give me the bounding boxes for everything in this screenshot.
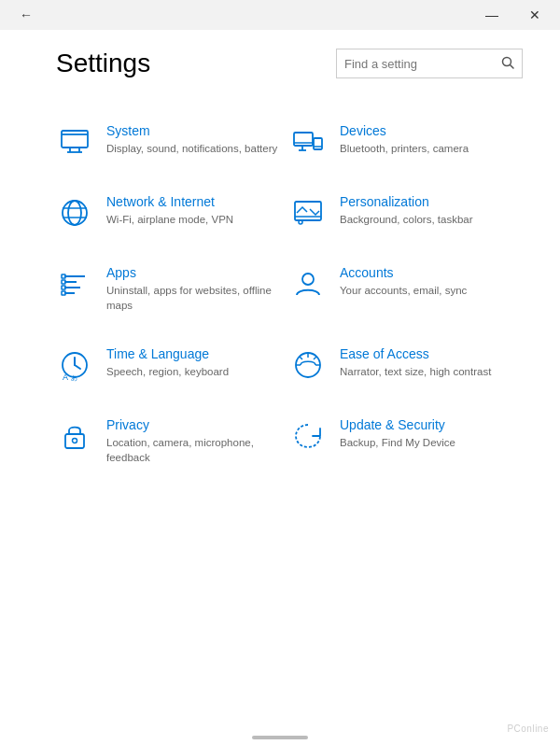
setting-item-update[interactable]: Update & Security Backup, Find My Device bbox=[289, 401, 523, 482]
personalization-icon bbox=[289, 194, 327, 232]
setting-item-privacy[interactable]: Privacy Location, camera, microphone, fe… bbox=[56, 401, 289, 482]
main-content: Settings System Display, sound, n bbox=[0, 30, 560, 745]
personalization-name: Personalization bbox=[340, 194, 473, 209]
close-button[interactable]: ✕ bbox=[513, 0, 556, 30]
svg-point-28 bbox=[302, 274, 314, 285]
setting-item-ease[interactable]: Ease of Access Narrator, text size, high… bbox=[289, 330, 523, 401]
accounts-name: Accounts bbox=[340, 265, 467, 280]
svg-line-39 bbox=[314, 357, 316, 359]
svg-rect-7 bbox=[294, 133, 313, 146]
update-desc: Backup, Find My Device bbox=[340, 435, 455, 450]
svg-line-1 bbox=[511, 64, 514, 68]
time-name: Time & Language bbox=[106, 346, 229, 361]
svg-text:A: A bbox=[63, 372, 68, 382]
update-name: Update & Security bbox=[340, 417, 455, 432]
apps-desc: Uninstall, apps for websites, offline ma… bbox=[106, 283, 280, 313]
devices-text: Devices Bluetooth, printers, camera bbox=[340, 123, 469, 156]
accounts-text: Accounts Your accounts, email, sync bbox=[340, 265, 467, 298]
search-input[interactable] bbox=[344, 57, 501, 71]
setting-item-system[interactable]: System Display, sound, notifications, ba… bbox=[56, 106, 289, 177]
svg-rect-27 bbox=[62, 291, 65, 295]
network-desc: Wi-Fi, airplane mode, VPN bbox=[106, 212, 233, 227]
accounts-icon bbox=[289, 265, 327, 302]
devices-name: Devices bbox=[340, 123, 469, 138]
page-title: Settings bbox=[56, 49, 150, 78]
privacy-text: Privacy Location, camera, microphone, fe… bbox=[106, 417, 280, 465]
personalization-desc: Background, colors, taskbar bbox=[340, 212, 473, 227]
system-icon bbox=[56, 123, 93, 161]
svg-point-13 bbox=[63, 201, 87, 225]
setting-item-time[interactable]: A あ Time & Language Speech, region, keyb… bbox=[56, 330, 289, 401]
search-icon bbox=[501, 56, 514, 72]
update-text: Update & Security Backup, Find My Device bbox=[340, 417, 455, 450]
network-icon bbox=[56, 194, 93, 232]
svg-point-41 bbox=[73, 439, 77, 443]
svg-line-31 bbox=[75, 365, 80, 369]
title-bar: ← — ✕ bbox=[0, 0, 560, 30]
ease-text: Ease of Access Narrator, text size, high… bbox=[340, 346, 491, 379]
svg-rect-40 bbox=[65, 434, 84, 448]
time-icon: A あ bbox=[56, 346, 93, 384]
update-icon bbox=[289, 417, 327, 455]
time-text: Time & Language Speech, region, keyboard bbox=[106, 346, 229, 379]
page-header: Settings bbox=[56, 49, 523, 78]
apps-text: Apps Uninstall, apps for websites, offli… bbox=[106, 265, 280, 313]
search-box[interactable] bbox=[336, 49, 523, 78]
apps-icon bbox=[56, 265, 93, 302]
taskbar-line bbox=[252, 736, 308, 739]
svg-rect-2 bbox=[62, 131, 88, 148]
svg-rect-24 bbox=[62, 274, 65, 278]
ease-name: Ease of Access bbox=[340, 346, 491, 361]
system-text: System Display, sound, notifications, ba… bbox=[106, 123, 277, 156]
svg-point-14 bbox=[68, 201, 81, 225]
settings-grid: System Display, sound, notifications, ba… bbox=[56, 106, 523, 482]
privacy-name: Privacy bbox=[106, 417, 280, 432]
accounts-desc: Your accounts, email, sync bbox=[340, 283, 467, 298]
svg-rect-8 bbox=[314, 138, 322, 149]
apps-name: Apps bbox=[106, 265, 280, 280]
svg-rect-26 bbox=[62, 286, 65, 289]
ease-desc: Narrator, text size, high contrast bbox=[340, 364, 491, 379]
system-desc: Display, sound, notifications, battery bbox=[106, 141, 277, 156]
svg-text:あ: あ bbox=[71, 374, 77, 382]
svg-rect-25 bbox=[62, 280, 65, 284]
time-desc: Speech, region, keyboard bbox=[106, 364, 229, 379]
settings-window: ← — ✕ Settings bbox=[0, 0, 560, 745]
back-button[interactable]: ← bbox=[11, 0, 41, 30]
setting-item-devices[interactable]: Devices Bluetooth, printers, camera bbox=[289, 106, 523, 177]
system-name: System bbox=[106, 123, 277, 138]
personalization-text: Personalization Background, colors, task… bbox=[340, 194, 473, 227]
setting-item-network[interactable]: Network & Internet Wi-Fi, airplane mode,… bbox=[56, 177, 289, 248]
privacy-icon bbox=[56, 417, 93, 455]
minimize-button[interactable]: — bbox=[470, 0, 513, 30]
network-name: Network & Internet bbox=[106, 194, 233, 209]
setting-item-accounts[interactable]: Accounts Your accounts, email, sync bbox=[289, 248, 523, 330]
setting-item-personalization[interactable]: Personalization Background, colors, task… bbox=[289, 177, 523, 248]
ease-icon bbox=[289, 346, 327, 384]
devices-desc: Bluetooth, printers, camera bbox=[340, 141, 469, 156]
privacy-desc: Location, camera, microphone, feedback bbox=[106, 435, 280, 465]
network-text: Network & Internet Wi-Fi, airplane mode,… bbox=[106, 194, 233, 227]
svg-line-38 bbox=[300, 357, 302, 359]
svg-point-19 bbox=[299, 220, 302, 224]
watermark: PConline bbox=[507, 724, 549, 734]
setting-item-apps[interactable]: Apps Uninstall, apps for websites, offli… bbox=[56, 248, 289, 330]
title-bar-left: ← bbox=[4, 0, 470, 30]
devices-icon bbox=[289, 123, 327, 161]
